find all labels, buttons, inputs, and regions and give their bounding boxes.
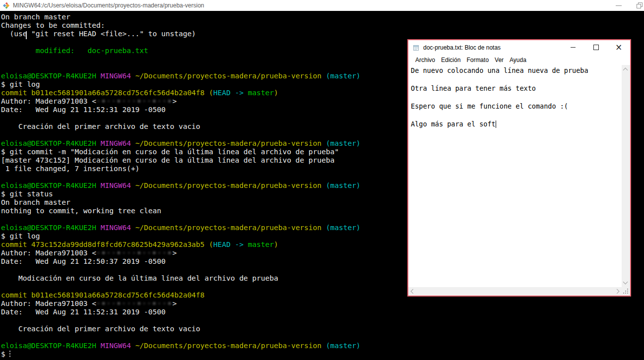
redacted-email: ·•··•···•··•··• [96, 97, 172, 105]
terminal-text-segment: eloisa@DESKTOP-R4KUE2H [1, 72, 101, 80]
notepad-line: Algo más para el soft [411, 120, 622, 128]
text-caret [496, 120, 496, 128]
menu-item-archivo[interactable]: Archivo [412, 57, 438, 63]
terminal-text-segment: eloisa@DESKTOP-R4KUE2H [1, 139, 101, 147]
terminal-title: MINGW64:/c/Users/eloisa/Documents/proyec… [13, 2, 204, 9]
scroll-left-button[interactable] [411, 289, 416, 294]
minimize-icon[interactable] [616, 5, 622, 6]
terminal-text-segment: nothing to commit, working tree clean [1, 207, 161, 215]
terminal-text-segment: eloisa@DESKTOP-R4KUE2H [1, 224, 101, 232]
terminal-text-segment: MINGW64 [101, 181, 135, 189]
terminal-text-segment: Author: Madera971003 < [1, 249, 96, 257]
terminal-text-segment: master [248, 240, 274, 248]
terminal-line [1, 333, 644, 342]
terminal-text-segment: > [173, 249, 177, 257]
notepad-line [411, 93, 622, 102]
terminal-text-segment: commit 473c152da99dd8df8fcd67c8625b429a9… [1, 240, 213, 248]
git-mingw64-icon [2, 2, 10, 9]
notepad-body: De nuevo colocando una línea nueva de pr… [408, 65, 630, 296]
terminal-line [1, 316, 644, 325]
terminal-text-segment: ) [274, 89, 278, 97]
terminal-line: Creación del primer archivo de texto vac… [1, 325, 644, 333]
scroll-right-button[interactable] [615, 289, 620, 294]
resize-grip[interactable] [622, 287, 630, 296]
notepad-window-controls: × [562, 40, 630, 55]
terminal-line: (use "git reset HEAD <file>..." to unsta… [1, 30, 644, 38]
desktop: MINGW64:/c/Users/eloisa/Documents/proyec… [0, 0, 644, 360]
terminal-text-segment: $ git commit -m "Modicación en curso de … [1, 148, 339, 156]
menu-item-formato[interactable]: Formato [463, 57, 492, 63]
close-icon: × [615, 43, 622, 52]
notepad-maximize-button[interactable] [584, 40, 607, 55]
terminal-text-segment: ) [274, 240, 278, 248]
scroll-up-button[interactable] [623, 68, 628, 73]
notepad-close-button[interactable]: × [607, 40, 630, 55]
mouse-ibeam-cursor [26, 31, 27, 39]
terminal-text-segment: (master) [326, 181, 361, 189]
minimize-icon [571, 47, 576, 48]
menu-item-ver[interactable]: Ver [492, 57, 507, 63]
restore-icon[interactable] [637, 2, 643, 8]
notepad-icon [413, 44, 420, 51]
terminal-text-segment: Creación del primer archivo de texto vac… [1, 122, 200, 130]
notepad-text-area[interactable]: De nuevo colocando una línea nueva de pr… [408, 65, 622, 287]
maximize-icon [593, 45, 599, 50]
terminal-text-segment: MINGW64 [101, 72, 135, 80]
terminal-text-segment: MINGW64 [101, 139, 135, 147]
terminal-text-segment: Creación del primer archivo de texto vac… [1, 325, 200, 333]
terminal-text-segment: Date: Wed Aug 21 11:52:31 2019 -0500 [1, 308, 166, 316]
terminal-text-segment: MINGW64 [101, 342, 135, 350]
terminal-text-segment: ~/Documents/proyectos-madera/prueba-vers… [135, 139, 326, 147]
terminal-text-segment: On branch master [1, 13, 70, 21]
terminal-text-segment: HEAD -> [213, 240, 248, 248]
terminal-text-segment: > [173, 97, 177, 105]
terminal-text-segment: > [173, 300, 177, 307]
notepad-title: doc-prueba.txt: Bloc de notas [423, 44, 501, 51]
terminal-line: Author: Madera971003 <·•··•···•··•··•> [1, 300, 644, 308]
terminal-text-segment: $ git log [1, 80, 40, 88]
menu-item-edicion[interactable]: Edición [438, 57, 463, 63]
terminal-text-segment: Date: Wed Aug 21 12:50:37 2019 -0500 [1, 257, 166, 265]
terminal-text-segment: Author: Madera971003 < [1, 97, 96, 105]
terminal-text-segment: eloisa@DESKTOP-R4KUE2H [1, 342, 101, 350]
terminal-text-segment: On branch master [1, 198, 70, 206]
terminal-text-segment: (master) [326, 342, 361, 350]
terminal-text-segment: ~/Documents/proyectos-madera/prueba-vers… [135, 72, 326, 80]
terminal-text-segment: master [248, 89, 274, 97]
terminal-text-segment: $ [1, 350, 9, 358]
terminal-line: Changes to be committed: [1, 21, 644, 30]
redacted-email: ·•··•···•··•··• [96, 300, 172, 307]
terminal-text-segment: [master 473c152] Modicación en curso de … [1, 156, 334, 164]
terminal-text-segment: Changes to be committed: [1, 21, 105, 29]
notepad-line: De nuevo colocando una línea nueva de pr… [411, 66, 622, 75]
notepad-line [411, 75, 622, 84]
terminal-text-segment: commit b011ec5681901a66a5728cd75c6fc56d4… [1, 89, 213, 97]
terminal-text-segment: modified: doc-prueba.txt [1, 47, 148, 55]
terminal-text-segment: (use "git reset HEAD <file>..." to unsta… [1, 30, 196, 38]
terminal-text-segment: Modicación en curso de la última línea d… [1, 274, 278, 282]
terminal-line: Date: Wed Aug 21 11:52:31 2019 -0500 [1, 308, 644, 316]
terminal-text-segment: Author: Madera971003 < [1, 300, 96, 307]
terminal-text-segment: ~/Documents/proyectos-madera/prueba-vers… [135, 342, 326, 350]
terminal-line: $ [1, 350, 644, 359]
notepad-window: doc-prueba.txt: Bloc de notas × ArchivoE… [407, 39, 631, 297]
notepad-minimize-button[interactable] [562, 40, 584, 55]
scroll-down-button[interactable] [623, 280, 628, 285]
terminal-text-segment: (master) [326, 139, 361, 147]
notepad-menubar: ArchivoEdiciónFormatoVerAyuda [408, 55, 630, 65]
terminal-text-segment: $ git log [1, 232, 40, 240]
notepad-vscrollbar[interactable] [622, 65, 630, 287]
terminal-titlebar[interactable]: MINGW64:/c/Users/eloisa/Documents/proyec… [0, 0, 644, 11]
terminal-text-segment: commit b011ec5681901a66a5728cd75c6fc56d4… [1, 291, 204, 299]
menu-item-ayuda[interactable]: Ayuda [507, 57, 529, 63]
terminal-text-segment: $ git status [1, 190, 53, 198]
terminal-text-segment: ~/Documents/proyectos-madera/prueba-vers… [135, 181, 326, 189]
notepad-titlebar[interactable]: doc-prueba.txt: Bloc de notas × [408, 40, 630, 55]
terminal-text-segment: HEAD -> [213, 89, 248, 97]
notepad-line [411, 111, 622, 120]
terminal-text-segment: Date: Wed Aug 21 11:52:31 2019 -0500 [1, 106, 166, 114]
terminal-text-segment: ~/Documents/proyectos-madera/prueba-vers… [135, 224, 326, 232]
terminal-line: On branch master [1, 13, 644, 21]
terminal-text-segment: (master) [326, 72, 361, 80]
notepad-hscrollbar[interactable] [408, 287, 622, 296]
